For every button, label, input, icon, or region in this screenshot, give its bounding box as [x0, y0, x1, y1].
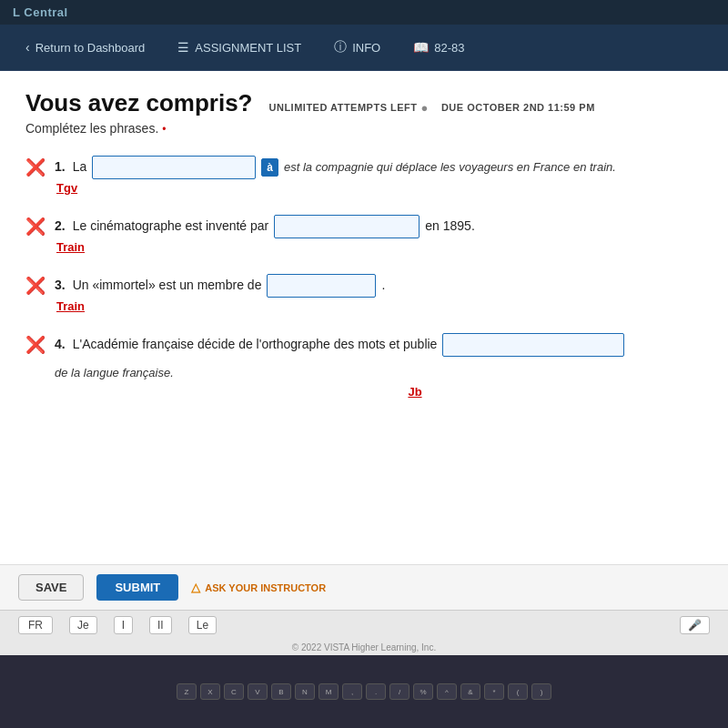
q4-after: de la langue française.	[55, 362, 174, 383]
key-7: M	[318, 683, 339, 700]
hint-1: Tgv	[56, 181, 703, 195]
question-1-text: 1. La à est la compagnie qui déplace les…	[55, 156, 703, 179]
save-button[interactable]: SAVE	[18, 574, 84, 601]
attempts-label: UNLIMITED ATTEMPTS LEFT ●	[269, 101, 429, 115]
warning-icon: △	[191, 581, 200, 594]
key-12: ^	[437, 683, 457, 700]
info-button[interactable]: ⓘ INFO	[323, 34, 391, 61]
return-dashboard-button[interactable]: ‹ Return to Dashboard	[15, 35, 156, 60]
question-2-num: 2.	[55, 215, 66, 238]
pages-label: 82-83	[434, 41, 464, 55]
question-2-text: 2. Le cinématographe est inventé par en …	[55, 215, 703, 238]
question-3: ❌ 3. Un «immortel» est un membre de . Tr…	[25, 274, 703, 313]
question-4: ❌ 4. L'Académie française décide de l'or…	[25, 333, 703, 399]
question-1-num: 1.	[55, 156, 66, 178]
question-4-num: 4.	[55, 333, 66, 356]
question-4-body: 4. L'Académie française décide de l'orth…	[55, 333, 703, 399]
question-1-input[interactable]	[92, 156, 256, 179]
key-15: (	[508, 683, 528, 700]
assignment-list-label: ASSIGNMENT LIST	[195, 41, 301, 55]
key-4: V	[248, 683, 268, 700]
question-3-num: 3.	[55, 274, 66, 297]
assignment-list-button[interactable]: ☰ ASSIGNMENT LIST	[167, 35, 312, 60]
kb-key-ii[interactable]: II	[149, 616, 172, 634]
question-2: ❌ 2. Le cinématographe est inventé par e…	[25, 215, 703, 254]
list-icon: ☰	[177, 40, 189, 55]
q2-after: en 1895.	[425, 215, 475, 238]
key-13: &	[460, 683, 480, 700]
key-3: C	[224, 683, 244, 700]
question-1-body: 1. La à est la compagnie qui déplace les…	[55, 156, 703, 195]
error-icon-1: ❌	[25, 157, 46, 177]
page-title: Vous avez compris?	[25, 89, 253, 117]
question-2-input[interactable]	[274, 215, 420, 238]
question-3-input[interactable]	[267, 274, 376, 298]
bottom-action-bar: SAVE SUBMIT △ ASK YOUR INSTRUCTOR	[0, 564, 728, 610]
main-content: Vous avez compris? UNLIMITED ATTEMPTS LE…	[0, 71, 728, 564]
error-icon-2: ❌	[25, 217, 46, 237]
q3-before: Un «immortel» est un membre de	[73, 274, 262, 297]
ask-instructor-label: ASK YOUR INSTRUCTOR	[205, 582, 326, 593]
submit-button[interactable]: SUBMIT	[96, 574, 178, 601]
hint-4: Jb	[127, 385, 703, 399]
question-2-body: 2. Le cinématographe est inventé par en …	[55, 215, 703, 254]
hint-2: Train	[56, 240, 703, 254]
kb-key-je[interactable]: Je	[69, 616, 97, 634]
page-title-row: Vous avez compris? UNLIMITED ATTEMPTS LE…	[25, 89, 703, 117]
pages-button[interactable]: 📖 82-83	[402, 35, 475, 60]
kb-key-i[interactable]: I	[114, 616, 133, 634]
error-icon-3: ❌	[25, 276, 46, 296]
chevron-left-icon: ‹	[25, 40, 30, 55]
question-1: ❌ 1. La à est la compagnie qui déplace l…	[25, 156, 703, 195]
key-10: /	[389, 683, 410, 700]
question-3-body: 3. Un «immortel» est un membre de . Trai…	[55, 274, 703, 313]
copyright: © 2022 VISTA Higher Learning, Inc.	[0, 640, 728, 655]
kb-key-le[interactable]: Le	[188, 616, 217, 634]
key-8: ,	[342, 683, 362, 700]
due-label: DUE October 2nd 11:59 PM	[441, 102, 595, 113]
info-icon: ⓘ	[334, 39, 347, 56]
required-star: •	[162, 123, 166, 136]
q4-before: L'Académie française décide de l'orthogr…	[73, 333, 438, 356]
question-4-text: 4. L'Académie française décide de l'orth…	[55, 333, 703, 383]
q3-after: .	[381, 274, 385, 297]
kb-fr-button[interactable]: FR	[18, 616, 53, 634]
q2-before: Le cinématographe est inventé par	[73, 215, 269, 238]
key-5: B	[271, 683, 291, 700]
key-16: )	[531, 683, 551, 700]
question-3-text: 3. Un «immortel» est un membre de .	[55, 274, 703, 298]
info-label: INFO	[352, 41, 380, 55]
q1-after: est la compagnie qui déplace les voyageu…	[284, 157, 616, 177]
keyboard-bar: FR Je I II Le 🎤	[0, 610, 728, 640]
key-14: *	[484, 683, 504, 700]
app-label: L Central	[13, 5, 68, 19]
question-4-input[interactable]	[442, 333, 624, 357]
hint-3: Train	[56, 299, 703, 313]
key-2: X	[200, 683, 220, 700]
return-dashboard-label: Return to Dashboard	[35, 41, 146, 55]
top-bar: L Central	[0, 0, 728, 25]
nav-bar: ‹ Return to Dashboard ☰ ASSIGNMENT LIST …	[0, 25, 728, 71]
key-1: Z	[177, 683, 197, 700]
error-icon-4: ❌	[25, 335, 46, 355]
key-9: .	[366, 683, 386, 700]
meta-info: UNLIMITED ATTEMPTS LEFT ● DUE October 2n…	[269, 101, 595, 115]
book-icon: 📖	[413, 40, 429, 55]
subtitle: Complétez les phrases. •	[25, 121, 703, 136]
key-11: %	[413, 683, 433, 700]
ask-instructor-button[interactable]: △ ASK YOUR INSTRUCTOR	[191, 581, 326, 594]
clock-icon: ●	[421, 101, 429, 115]
q1-before: La	[73, 156, 87, 178]
accent-btn-1[interactable]: à	[261, 158, 278, 177]
kb-mic-button[interactable]: 🎤	[680, 616, 710, 634]
laptop-keyboard: Z X C V B N M , . / % ^ & * ( )	[0, 655, 728, 728]
key-6: N	[295, 683, 315, 700]
keyboard-row: Z X C V B N M , . / % ^ & * ( )	[177, 683, 551, 700]
